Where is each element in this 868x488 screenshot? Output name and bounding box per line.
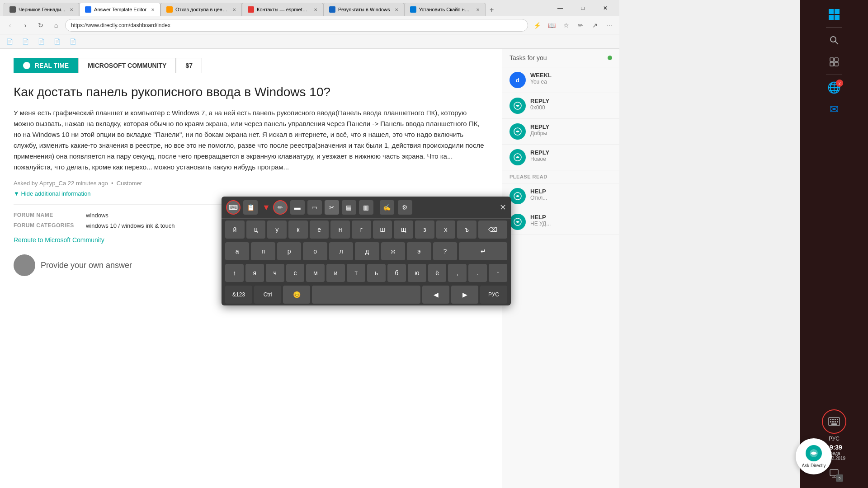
tab-1[interactable]: Черников Геннади... ✕ <box>4 3 79 16</box>
keyboard-mode-button[interactable]: ⌨ <box>226 200 241 215</box>
tab-6[interactable]: Установить Скайп на iP... ✕ <box>404 3 486 16</box>
new-tab-button[interactable]: + <box>486 4 498 16</box>
key-ц[interactable]: ц <box>246 221 266 239</box>
tab-5[interactable]: Результаты в Windows ✕ <box>323 3 404 16</box>
keyboard-close-button[interactable]: ✕ <box>500 202 506 212</box>
key-г[interactable]: г <box>352 221 371 239</box>
clipboard-button[interactable]: 📋 <box>243 200 258 215</box>
outlook-taskbar-icon[interactable]: ✉ <box>823 99 845 120</box>
refresh-button[interactable]: ↻ <box>34 19 47 32</box>
key-и[interactable]: и <box>326 264 345 282</box>
key-п[interactable]: п <box>251 242 275 260</box>
handwriting-button[interactable]: ✍ <box>380 200 394 215</box>
tab-microsoft-community[interactable]: MICROSOFT COMMUNITY <box>78 58 176 73</box>
key-emoji[interactable]: 😊 <box>283 286 310 304</box>
task-item-reply1[interactable]: REPLY 0x000 <box>502 93 619 119</box>
tab-2[interactable]: Answer Template Editor ✕ <box>79 3 160 16</box>
keyboard-taskbar-button[interactable] <box>822 409 846 434</box>
key-о[interactable]: о <box>303 242 327 260</box>
tab-4-close[interactable]: ✕ <box>314 7 317 12</box>
settings-button[interactable]: ⚙ <box>398 200 412 215</box>
search-taskbar-button[interactable] <box>823 29 845 51</box>
key-backspace[interactable]: ⌫ <box>478 221 507 239</box>
task-item-help2[interactable]: HELP НЕ УД... <box>502 209 619 235</box>
reader-mode-icon[interactable]: 📖 <box>545 19 558 32</box>
edge-taskbar-icon[interactable]: 🌐 2 <box>823 77 845 99</box>
task-item-help1[interactable]: HELP Откл... <box>502 183 619 209</box>
tab-6-close[interactable]: ✕ <box>476 7 480 12</box>
key-м[interactable]: м <box>306 264 325 282</box>
key-ш[interactable]: ш <box>373 221 392 239</box>
layout-split-button[interactable]: ✂ <box>325 200 339 215</box>
key-ё[interactable]: ё <box>428 264 447 282</box>
tab-3[interactable]: Отказ доступа в цент... ✕ <box>160 3 242 16</box>
tab-1-close[interactable]: ✕ <box>70 7 73 12</box>
bookmark-1[interactable]: 📄 <box>4 38 16 46</box>
bookmark-3[interactable]: 📄 <box>35 38 47 46</box>
key-з[interactable]: з <box>415 221 434 239</box>
more-icon[interactable]: ··· <box>603 19 616 32</box>
tab-4[interactable]: Контакты — espmeteo... ✕ <box>242 3 323 16</box>
language-indicator[interactable]: РУС <box>829 436 840 442</box>
ask-directly-button[interactable]: Ask Directly <box>796 438 832 474</box>
home-button[interactable]: ⌂ <box>50 19 62 32</box>
extensions-icon[interactable]: ⚡ <box>531 19 543 32</box>
windows-start-button[interactable] <box>823 4 845 25</box>
key-я[interactable]: я <box>245 264 264 282</box>
task-item-reply3[interactable]: REPLY Новое <box>502 145 619 170</box>
key-а[interactable]: а <box>225 242 249 260</box>
key-й[interactable]: й <box>225 221 245 239</box>
key-р[interactable]: р <box>277 242 301 260</box>
key-э[interactable]: э <box>407 242 431 260</box>
key-left[interactable]: ◀ <box>422 286 449 304</box>
pen-icon[interactable]: ✏ <box>574 19 587 32</box>
layout-row1-button[interactable]: ▤ <box>342 200 356 215</box>
tab-5-close[interactable]: ✕ <box>395 7 398 12</box>
back-button[interactable]: ‹ <box>4 19 16 32</box>
task-view-button[interactable] <box>823 51 845 73</box>
task-item-reply2[interactable]: REPLY Добры <box>502 119 619 145</box>
minimize-button[interactable]: — <box>550 0 571 16</box>
key-shift-left[interactable]: ↑ <box>225 264 244 282</box>
share-icon[interactable]: ↗ <box>589 19 601 32</box>
close-button[interactable]: ✕ <box>595 0 616 16</box>
key-shift-right[interactable]: ↑ <box>489 264 507 282</box>
url-input[interactable]: https://www.directly.com/dashboard/index <box>65 19 528 32</box>
key-ж[interactable]: ж <box>381 242 405 260</box>
key-dot[interactable]: . <box>468 264 487 282</box>
key-д[interactable]: д <box>355 242 379 260</box>
layout-wide-button[interactable]: ▬ <box>290 200 305 215</box>
key-щ[interactable]: щ <box>394 221 413 239</box>
bookmark-4[interactable]: 📄 <box>51 38 63 46</box>
key-у[interactable]: у <box>267 221 287 239</box>
key-ю[interactable]: ю <box>408 264 426 282</box>
key-с[interactable]: с <box>286 264 305 282</box>
maximize-button[interactable]: □ <box>572 0 593 16</box>
tab-realtime[interactable]: REAL TIME <box>14 58 78 73</box>
key-language[interactable]: РУС <box>480 286 507 304</box>
key-ctrl[interactable]: Ctrl <box>254 286 281 304</box>
key-ь[interactable]: ь <box>367 264 386 282</box>
key-х[interactable]: х <box>436 221 456 239</box>
task-item-weekly[interactable]: d WEEKL You ea <box>502 67 619 93</box>
bookmark-2[interactable]: 📄 <box>19 38 32 46</box>
edit-button[interactable]: ✏ <box>273 200 288 215</box>
key-comma[interactable]: , <box>448 264 467 282</box>
key-question[interactable]: ? <box>433 242 457 260</box>
tab-3-close[interactable]: ✕ <box>232 7 236 12</box>
layout-narrow-button[interactable]: ▭ <box>307 200 322 215</box>
key-н[interactable]: н <box>330 221 350 239</box>
tab-2-close[interactable]: ✕ <box>151 7 155 12</box>
favorites-icon[interactable]: ☆ <box>560 19 572 32</box>
key-б[interactable]: б <box>387 264 406 282</box>
key-е[interactable]: е <box>310 221 329 239</box>
bookmark-5[interactable]: 📄 <box>67 38 79 46</box>
layout-row2-button[interactable]: ▥ <box>359 200 373 215</box>
key-л[interactable]: л <box>329 242 353 260</box>
key-space[interactable] <box>312 286 420 304</box>
key-ч[interactable]: ч <box>266 264 284 282</box>
key-right[interactable]: ▶ <box>451 286 478 304</box>
tab-price[interactable]: $7 <box>176 58 202 73</box>
forward-button[interactable]: › <box>19 19 32 32</box>
key-ъ[interactable]: ъ <box>457 221 476 239</box>
